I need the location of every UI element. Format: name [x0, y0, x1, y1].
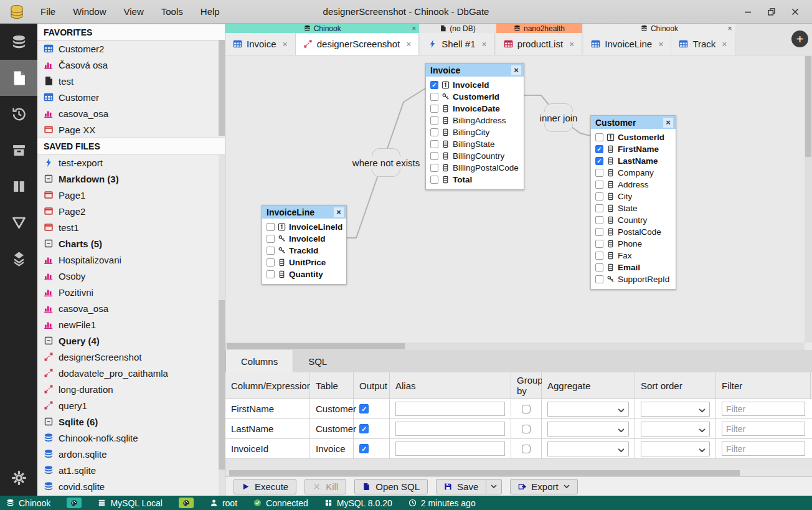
file-item-hospitalizovani[interactable]: Hospitalizovani: [37, 252, 225, 268]
designer-column-total[interactable]: Total: [426, 174, 524, 186]
column-checkbox[interactable]: [595, 157, 603, 165]
file-item-dodavatele-pro-caithamla[interactable]: dodavatele_pro_caithamla: [37, 365, 225, 381]
column-checkbox[interactable]: [267, 223, 275, 231]
tab-group-header[interactable]: Chinook×: [583, 24, 735, 33]
designer-table-header[interactable]: Invoice×: [426, 64, 524, 77]
file-item-at1-sqlite[interactable]: at1.sqlite: [37, 462, 225, 478]
file-group-query-4[interactable]: Query (4): [37, 333, 225, 349]
designer-column-state[interactable]: State: [591, 202, 676, 214]
designer-table-customer[interactable]: Customer×CustomerIdFirstNameLastNameComp…: [590, 115, 676, 290]
column-checkbox[interactable]: [430, 93, 438, 101]
designer-column-unitprice[interactable]: UnitPrice: [262, 257, 346, 268]
minimize-button[interactable]: [736, 0, 760, 24]
rail-item-history[interactable]: [0, 96, 37, 132]
rail-item-settings[interactable]: [0, 460, 37, 496]
tab-group-header[interactable]: Chinook×: [225, 24, 419, 33]
designer-column-postalcode[interactable]: PostalCode: [591, 226, 676, 238]
designer-canvas[interactable]: where not existsinner joinInvoice×Invoic…: [225, 55, 805, 342]
close-tab-icon[interactable]: ×: [658, 39, 663, 49]
menu-window[interactable]: Window: [64, 0, 115, 24]
grid-hscroll-track[interactable]: [225, 470, 812, 476]
close-tab-icon[interactable]: ×: [482, 39, 487, 49]
menu-view[interactable]: View: [115, 0, 153, 24]
designer-column-invoiceid[interactable]: InvoiceId: [262, 233, 346, 245]
column-checkbox[interactable]: [595, 240, 603, 248]
designer-column-country[interactable]: Country: [591, 214, 676, 226]
designer-table-header[interactable]: Customer×: [591, 116, 676, 129]
designer-column-customerid[interactable]: CustomerId: [591, 131, 676, 143]
column-checkbox[interactable]: [595, 216, 603, 224]
groupby-checkbox[interactable]: [522, 425, 531, 433]
column-checkbox[interactable]: [430, 140, 438, 148]
file-item-test-export[interactable]: test-export: [37, 154, 225, 171]
grid-hscroll-thumb[interactable]: [229, 470, 740, 476]
designer-column-lastname[interactable]: LastName: [591, 155, 676, 167]
designer-column-fax[interactable]: Fax: [591, 250, 676, 262]
column-checkbox[interactable]: [595, 252, 603, 260]
sort-order-select[interactable]: [641, 422, 710, 437]
file-item-test1[interactable]: test1: [37, 219, 225, 235]
designer-table-invoiceline[interactable]: InvoiceLine×InvoiceLineIdInvoiceIdTrackI…: [262, 205, 347, 285]
menu-tools[interactable]: Tools: [153, 0, 192, 24]
filter-input[interactable]: [722, 402, 805, 416]
groupby-checkbox[interactable]: [522, 445, 531, 453]
designer-column-customerid[interactable]: CustomerId: [426, 91, 524, 103]
file-item-customer2[interactable]: Customer2: [37, 40, 225, 57]
designer-column-billingcountry[interactable]: BillingCountry: [426, 150, 524, 162]
output-checkbox[interactable]: [359, 424, 369, 433]
designer-table-invoice[interactable]: Invoice×InvoiceIdCustomerIdInvoiceDateBi…: [425, 63, 524, 190]
file-item-customer[interactable]: Customer: [37, 89, 225, 105]
file-group-sqlite-6[interactable]: Sqlite (6): [37, 413, 225, 430]
column-checkbox[interactable]: [430, 176, 438, 184]
filter-input[interactable]: [722, 422, 805, 436]
rail-item-query-designer[interactable]: [0, 204, 37, 240]
sort-order-select[interactable]: [641, 442, 710, 456]
file-item-newfile1[interactable]: newFile1: [37, 316, 225, 333]
column-checkbox[interactable]: [430, 152, 438, 160]
menu-file[interactable]: File: [32, 0, 64, 24]
rail-item-plugins[interactable]: [0, 168, 37, 204]
designer-column-billingpostalcode[interactable]: BillingPostalCode: [426, 162, 524, 174]
kill-button[interactable]: Kill: [304, 479, 346, 494]
alias-input[interactable]: [395, 422, 505, 436]
tab-track[interactable]: Track×: [671, 33, 735, 55]
file-group-markdown-3[interactable]: Markdown (3): [37, 171, 225, 187]
file-item-page-xx[interactable]: Page XX: [37, 121, 225, 138]
rail-item-cell-data[interactable]: [0, 240, 37, 276]
file-item-test[interactable]: test: [37, 73, 225, 89]
tab-group-header[interactable]: (no DB): [420, 24, 494, 33]
column-checkbox[interactable]: [430, 164, 438, 172]
file-item-pozitivni[interactable]: Pozitivni: [37, 284, 225, 300]
column-checkbox[interactable]: [430, 105, 438, 113]
close-tab-icon[interactable]: ×: [569, 39, 574, 49]
canvas-vscroll-track[interactable]: [805, 55, 812, 342]
saved-files-scrollbar[interactable]: [219, 300, 225, 470]
connection-color-palette-icon[interactable]: [67, 498, 82, 508]
designer-column-supportrepid[interactable]: SupportRepId: [591, 273, 676, 285]
designer-column-billingaddress[interactable]: BillingAddress: [426, 115, 524, 126]
output-checkbox[interactable]: [359, 404, 369, 413]
file-item-page2[interactable]: Page2: [37, 203, 225, 219]
file-item-asov-osa[interactable]: Časová osa: [37, 57, 225, 73]
column-checkbox[interactable]: [595, 181, 603, 189]
save-dropdown-button[interactable]: [486, 479, 502, 494]
designer-column-billingcity[interactable]: BillingCity: [426, 126, 524, 138]
column-checkbox[interactable]: [595, 263, 603, 272]
close-window-button[interactable]: [783, 0, 807, 24]
column-checkbox[interactable]: [595, 133, 603, 141]
column-checkbox[interactable]: [430, 116, 438, 125]
file-item-casova-osa[interactable]: casova_osa: [37, 300, 225, 316]
close-tab-icon[interactable]: ×: [283, 39, 288, 49]
status-chinook[interactable]: Chinook: [6, 498, 50, 508]
connection-color-palette-icon[interactable]: [179, 498, 194, 508]
alias-input[interactable]: [395, 402, 505, 416]
close-tab-icon[interactable]: ×: [722, 39, 727, 49]
column-checkbox[interactable]: [595, 169, 603, 177]
aggregate-select[interactable]: [547, 442, 629, 456]
column-checkbox[interactable]: [267, 270, 275, 278]
file-group-charts-5[interactable]: Charts (5): [37, 235, 225, 252]
new-tab-button[interactable]: +: [791, 31, 808, 47]
close-group-icon[interactable]: ×: [412, 24, 416, 33]
designer-table-header[interactable]: InvoiceLine×: [262, 205, 346, 219]
column-checkbox[interactable]: [267, 247, 275, 255]
